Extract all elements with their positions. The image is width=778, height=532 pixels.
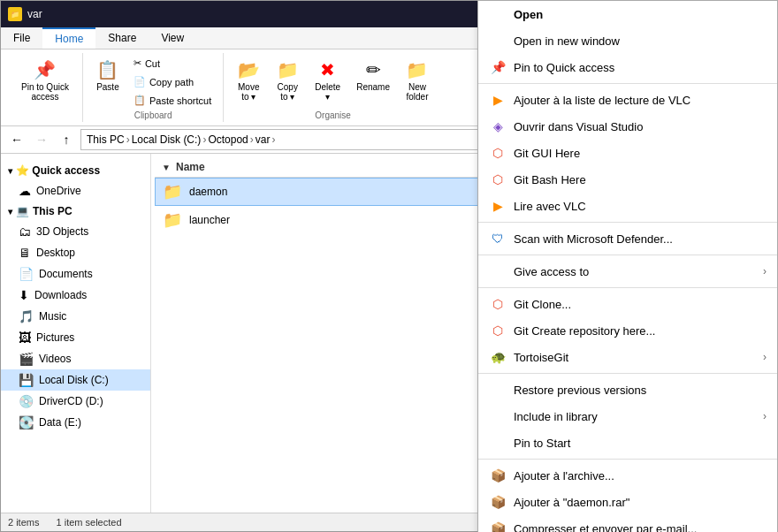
ctx-lire-vlc[interactable]: ▶ Lire avec VLC	[478, 193, 777, 219]
ctx-library-icon	[489, 407, 507, 425]
delete-icon: ✖	[320, 59, 335, 80]
status-left: 2 items 1 item selected	[8, 517, 122, 528]
sidebar-item-documents[interactable]: 📄 Documents	[1, 263, 150, 285]
sidebar-section-quick-access[interactable]: ▾ ⭐ Quick access	[1, 161, 150, 180]
sidebar-item-music[interactable]: 🎵 Music	[1, 306, 150, 327]
ctx-pin-label: Pin to Quick access	[514, 61, 614, 74]
ctx-include-library[interactable]: Include in library ›	[478, 403, 777, 429]
sidebar-item-onedrive[interactable]: ☁ OneDrive	[1, 180, 150, 201]
ctx-open[interactable]: Open	[478, 1, 777, 27]
move-to-button[interactable]: 📂 Moveto ▾	[231, 55, 266, 106]
ctx-git-clone-icon: ⬡	[489, 295, 507, 313]
path-localdisk: Local Disk (C:)	[132, 133, 202, 146]
paste-shortcut-button[interactable]: 📋 Paste shortcut	[129, 92, 216, 109]
ribbon-group-clipboard: 📋 Paste ✂ Cut 📄 Copy path 📋	[83, 53, 224, 122]
path-var: var	[256, 133, 271, 146]
rename-button[interactable]: ✏ Rename	[350, 55, 396, 106]
new-folder-button[interactable]: 📁 Newfolder	[400, 55, 435, 106]
this-pc-label: This PC	[33, 205, 72, 217]
tab-home[interactable]: Home	[42, 27, 95, 49]
ctx-open-icon	[489, 5, 507, 23]
pin-quick-access-button[interactable]: 📌 Pin to Quickaccess	[15, 55, 75, 106]
file-name-launcher: launcher	[189, 214, 230, 226]
pictures-label: Pictures	[36, 331, 74, 344]
delete-label: Delete▾	[315, 82, 340, 102]
pin-icon: 📌	[34, 59, 56, 80]
copy-path-button[interactable]: 📄 Copy path	[129, 73, 216, 90]
sidebar-item-data[interactable]: 💽 Data (E:)	[1, 412, 150, 433]
cut-button[interactable]: ✂ Cut	[129, 55, 216, 72]
sidebar-item-downloads[interactable]: ⬇ Downloads	[1, 285, 150, 306]
ctx-give-access-icon	[489, 262, 507, 280]
sidebar-item-3d-objects[interactable]: 🗂 3D Objects	[1, 221, 150, 242]
organise-label: Organise	[315, 109, 351, 120]
sidebar-item-videos[interactable]: 🎬 Videos	[1, 348, 150, 369]
ctx-pin-start-icon	[489, 434, 507, 452]
quick-access-chevron: ▾	[8, 166, 12, 176]
ctx-tortoise-label: TortoiseGit	[514, 351, 568, 364]
new-folder-label: Newfolder	[406, 82, 428, 102]
ctx-ajouter-rar[interactable]: 📦 Ajouter à "daemon.rar"	[478, 489, 777, 515]
sidebar-item-drivercd[interactable]: 💿 DriverCD (D:)	[1, 391, 150, 412]
ctx-git-clone[interactable]: ⬡ Git Clone...	[478, 291, 777, 317]
sidebar-item-desktop[interactable]: 🖥 Desktop	[1, 242, 150, 263]
ctx-git-create[interactable]: ⬡ Git Create repository here...	[478, 317, 777, 344]
up-button[interactable]: ↑	[56, 129, 77, 150]
folder-icon-launcher: 📁	[163, 210, 182, 230]
ctx-compresser-email[interactable]: 📦 Compresser et envoyer par e-mail...	[478, 515, 777, 532]
tab-share[interactable]: Share	[95, 27, 149, 49]
ctx-git-bash[interactable]: ⬡ Git Bash Here	[478, 166, 777, 193]
tab-view[interactable]: View	[149, 27, 196, 49]
onedrive-label: OneDrive	[36, 185, 81, 197]
ctx-ajouter-archive[interactable]: 📦 Ajouter à l'archive...	[478, 462, 777, 489]
desktop-label: Desktop	[36, 247, 75, 259]
rename-label: Rename	[356, 82, 390, 92]
downloads-label: Downloads	[34, 289, 87, 301]
ctx-visual-icon: ◈	[489, 118, 507, 135]
ctx-sep3	[478, 255, 777, 255]
ctx-library-arrow: ›	[763, 410, 767, 422]
sidebar-section-this-pc[interactable]: ▾ 💻 This PC	[1, 201, 150, 221]
ctx-restore-versions[interactable]: Restore previous versions	[478, 376, 777, 403]
ctx-give-access[interactable]: Give access to ›	[478, 258, 777, 285]
ctx-ajouter-vlc[interactable]: ▶ Ajouter à la liste de lecture de VLC	[478, 87, 777, 113]
ctx-archive-label: Ajouter à l'archive...	[514, 469, 614, 483]
ctx-pin-start-label: Pin to Start	[514, 437, 570, 450]
back-button[interactable]: ←	[6, 129, 27, 150]
ctx-open-new-window[interactable]: Open in new window	[478, 27, 777, 54]
path-thispc: This PC	[87, 133, 125, 146]
sort-chevron: ▼	[162, 163, 176, 172]
ctx-git-bash-icon: ⬡	[489, 171, 507, 188]
documents-icon: 📄	[19, 267, 34, 281]
onedrive-icon: ☁	[19, 184, 31, 198]
ctx-give-access-arrow: ›	[763, 265, 767, 277]
ctx-git-bash-label: Git Bash Here	[514, 173, 586, 186]
tab-file[interactable]: File	[1, 27, 42, 49]
sidebar-item-local-disk[interactable]: 💾 Local Disk (C:)	[1, 369, 150, 391]
ctx-tortoise-git[interactable]: 🐢 TortoiseGit ›	[478, 344, 777, 370]
forward-button[interactable]: →	[31, 129, 52, 150]
ctx-restore-icon	[489, 381, 507, 399]
3d-objects-label: 3D Objects	[36, 225, 88, 238]
ctx-git-gui[interactable]: ⬡ Git GUI Here	[478, 140, 777, 166]
paste-button[interactable]: 📋 Paste	[90, 55, 126, 109]
ctx-scan-defender[interactable]: 🛡 Scan with Microsoft Defender...	[478, 225, 777, 252]
drivercd-icon: 💿	[19, 394, 34, 408]
ctx-sep5	[478, 373, 777, 374]
ctx-ouvrir-visual[interactable]: ◈ Ouvrir dans Visual Studio	[478, 113, 777, 140]
ctx-tortoise-arrow: ›	[763, 351, 767, 363]
sidebar-item-pictures[interactable]: 🖼 Pictures	[1, 327, 150, 348]
delete-button[interactable]: ✖ Delete▾	[309, 55, 347, 106]
ctx-pin-start[interactable]: Pin to Start	[478, 429, 777, 456]
context-menu: Open Open in new window 📌 Pin to Quick a…	[477, 0, 778, 532]
music-icon: 🎵	[19, 309, 34, 323]
copy-path-label: Copy path	[149, 77, 194, 87]
ctx-compress-email-label: Compresser et envoyer par e-mail...	[514, 522, 697, 533]
ctx-sep4	[478, 287, 777, 288]
copy-path-icon: 📄	[133, 76, 146, 87]
3d-objects-icon: 🗂	[19, 224, 31, 239]
ctx-pin-quick-access[interactable]: 📌 Pin to Quick access	[478, 54, 777, 80]
copy-to-button[interactable]: 📁 Copyto ▾	[270, 55, 305, 106]
window-title: var	[27, 8, 538, 20]
address-path[interactable]: This PC › Local Disk (C:) › Octopod › va…	[80, 129, 503, 150]
